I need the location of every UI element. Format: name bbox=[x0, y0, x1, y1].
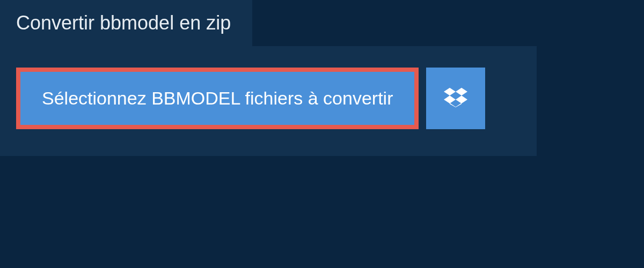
content-panel: Sélectionnez BBMODEL fichiers à converti… bbox=[0, 46, 537, 156]
dropbox-button[interactable] bbox=[426, 68, 485, 129]
page-title: Convertir bbmodel en zip bbox=[16, 12, 231, 34]
select-files-label: Sélectionnez BBMODEL fichiers à converti… bbox=[42, 88, 393, 109]
select-files-button[interactable]: Sélectionnez BBMODEL fichiers à converti… bbox=[16, 68, 419, 129]
tab-header: Convertir bbmodel en zip bbox=[0, 0, 252, 46]
dropbox-icon bbox=[444, 86, 467, 111]
button-row: Sélectionnez BBMODEL fichiers à converti… bbox=[16, 68, 521, 129]
